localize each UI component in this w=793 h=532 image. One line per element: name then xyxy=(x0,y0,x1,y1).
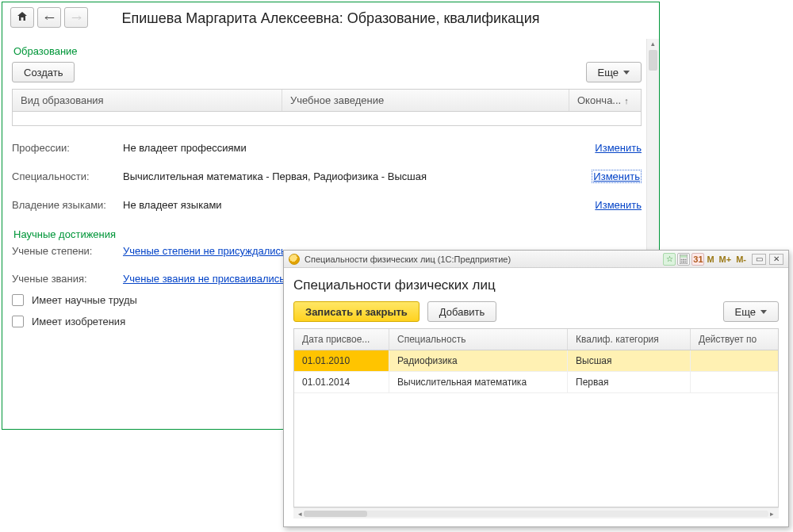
dialog-body: Специальности физических лиц Записать и … xyxy=(284,268,788,526)
add-button-label: Добавить xyxy=(439,306,485,318)
ranks-link[interactable]: Ученые звания не присваивались xyxy=(123,273,285,285)
chevron-down-icon xyxy=(760,310,767,314)
languages-value: Не владеет языками xyxy=(123,199,595,211)
cell-spec: Радиофизика xyxy=(389,350,568,372)
has-inventions-label: Имеет изобретения xyxy=(32,316,125,327)
spec-table-body[interactable]: 01.01.2010 Радиофизика Высшая 01.01.2014… xyxy=(293,350,779,507)
ranks-label: Ученые звания: xyxy=(12,273,123,285)
languages-label: Владение языками: xyxy=(12,199,123,211)
specialties-value: Вычислительная математика - Первая, Ради… xyxy=(123,170,592,182)
svg-rect-5 xyxy=(681,261,683,262)
arrow-left-icon: 🡐 xyxy=(44,12,55,24)
memory-mplus-button[interactable]: M+ xyxy=(717,255,734,264)
sort-asc-icon: ↑ xyxy=(624,96,629,105)
spec-col-date[interactable]: Дата присвое... xyxy=(294,329,389,350)
edu-col-institution[interactable]: Учебное заведение xyxy=(282,90,569,111)
edu-col-end[interactable]: Оконча... ↑ xyxy=(569,90,641,111)
cell-cat: Первая xyxy=(568,372,691,393)
education-table-body[interactable] xyxy=(12,112,642,126)
education-table-header: Вид образования Учебное заведение Оконча… xyxy=(12,89,642,112)
degrees-link[interactable]: Ученые степени не присуждались xyxy=(123,245,286,257)
save-close-label: Записать и закрыть xyxy=(305,306,408,318)
languages-change-link[interactable]: Изменить xyxy=(595,199,642,211)
dialog-more-button[interactable]: Еще xyxy=(723,301,779,322)
add-button[interactable]: Добавить xyxy=(427,301,496,322)
hscroll-thumb[interactable] xyxy=(304,511,367,517)
svg-rect-7 xyxy=(685,261,687,262)
scroll-thumb[interactable] xyxy=(649,50,657,71)
create-button-label: Создать xyxy=(24,67,63,78)
chevron-down-icon xyxy=(623,71,630,75)
specialties-dialog: Специальности физических лиц (1С:Предпри… xyxy=(283,250,789,527)
main-header: 🡐 🡒 Епишева Маргарита Алексеевна: Образо… xyxy=(2,2,659,31)
cell-cat: Высшая xyxy=(568,350,691,372)
cell-spec: Вычислительная математика xyxy=(389,372,568,393)
cell-date: 01.01.2014 xyxy=(294,372,389,393)
horizontal-scrollbar[interactable]: ◂ ▸ xyxy=(293,507,779,519)
professions-label: Профессии: xyxy=(12,142,123,154)
dialog-toolbar: Записать и закрыть Добавить Еще xyxy=(293,301,779,322)
dialog-heading: Специальности физических лиц xyxy=(293,277,779,293)
close-button[interactable]: ✕ xyxy=(769,254,783,265)
spec-col-spec[interactable]: Специальность xyxy=(389,329,568,350)
languages-row: Владение языками: Не владеет языками Изм… xyxy=(12,199,642,211)
spec-col-cat[interactable]: Квалиф. категория xyxy=(568,329,691,350)
professions-row: Профессии: Не владеет профессиями Измени… xyxy=(12,142,642,154)
edu-col-type[interactable]: Вид образования xyxy=(13,90,282,111)
degrees-label: Ученые степени: xyxy=(12,245,123,257)
home-button[interactable] xyxy=(10,7,34,28)
cell-until xyxy=(691,350,778,372)
hscroll-track[interactable] xyxy=(304,511,768,517)
specialties-row: Специальности: Вычислительная математика… xyxy=(12,170,642,183)
table-row[interactable]: 01.01.2010 Радиофизика Высшая xyxy=(294,350,778,372)
app-icon xyxy=(289,254,300,265)
has-inventions-checkbox[interactable] xyxy=(12,316,24,327)
page-title: Епишева Маргарита Алексеевна: Образовани… xyxy=(2,9,659,27)
cell-date: 01.01.2010 xyxy=(294,350,389,372)
dialog-title: Специальности физических лиц (1С:Предпри… xyxy=(305,255,511,264)
achievements-section-title: Научные достижения xyxy=(13,228,642,240)
calculator-icon[interactable] xyxy=(677,253,690,266)
memory-mminus-button[interactable]: M- xyxy=(734,255,749,264)
edu-col-end-label: Оконча... xyxy=(577,94,621,106)
help-icon[interactable]: ☆ xyxy=(663,253,676,266)
has-works-label: Имеет научные труды xyxy=(32,294,137,306)
svg-rect-1 xyxy=(680,255,687,258)
cell-until xyxy=(691,372,778,393)
nav-buttons: 🡐 🡒 xyxy=(10,7,88,28)
minimize-button[interactable]: ▭ xyxy=(752,254,766,265)
spec-table-header: Дата присвое... Специальность Квалиф. ка… xyxy=(293,328,779,350)
svg-rect-4 xyxy=(685,258,687,260)
has-works-checkbox[interactable] xyxy=(12,294,24,306)
arrow-right-icon: 🡒 xyxy=(71,12,82,24)
scroll-right-icon: ▸ xyxy=(768,510,776,518)
svg-rect-6 xyxy=(683,261,684,262)
dialog-more-label: Еще xyxy=(735,306,756,318)
specialties-label: Специальности: xyxy=(12,170,123,182)
scroll-up-icon: ▴ xyxy=(647,40,659,48)
save-close-button[interactable]: Записать и закрыть xyxy=(293,301,419,322)
calendar-icon[interactable]: 31 xyxy=(691,253,704,266)
more-button-label: Еще xyxy=(598,67,619,78)
forward-button[interactable]: 🡒 xyxy=(64,7,88,28)
memory-m-button[interactable]: M xyxy=(704,255,716,264)
education-more-button[interactable]: Еще xyxy=(586,62,642,82)
svg-rect-3 xyxy=(683,258,684,260)
table-row[interactable]: 01.01.2014 Вычислительная математика Пер… xyxy=(294,372,778,393)
professions-change-link[interactable]: Изменить xyxy=(595,142,642,154)
dialog-titlebar[interactable]: Специальности физических лиц (1С:Предпри… xyxy=(284,251,788,268)
specialties-change-link[interactable]: Изменить xyxy=(592,170,642,183)
create-button[interactable]: Создать xyxy=(12,62,75,82)
education-section-title: Образование xyxy=(13,45,642,57)
svg-rect-2 xyxy=(681,258,683,260)
education-toolbar: Создать Еще xyxy=(12,62,642,82)
home-icon xyxy=(17,11,28,24)
scroll-left-icon: ◂ xyxy=(297,510,304,518)
back-button[interactable]: 🡐 xyxy=(37,7,61,28)
professions-value: Не владеет профессиями xyxy=(123,142,595,154)
spec-col-until[interactable]: Действует по xyxy=(691,329,778,350)
